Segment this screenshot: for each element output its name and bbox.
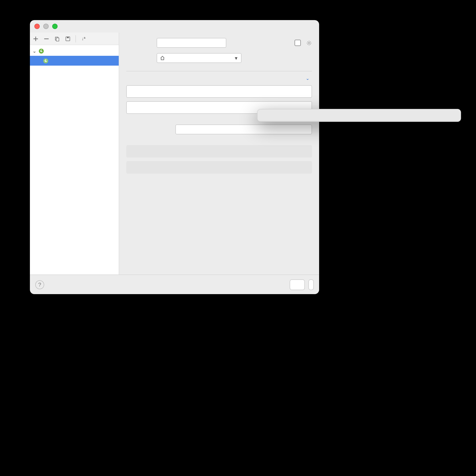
add-icon[interactable] <box>32 34 40 43</box>
help-button[interactable]: ? <box>35 280 44 289</box>
save-icon[interactable] <box>64 34 72 43</box>
gear-icon[interactable] <box>306 40 312 46</box>
sidebar-toolbar: ↓ª <box>30 33 119 45</box>
jre-field[interactable] <box>126 85 312 98</box>
svg-rect-1 <box>56 38 59 41</box>
apply-or-next-button[interactable] <box>308 279 314 290</box>
dialog-footer: ? <box>30 274 319 294</box>
disclosure-icon: ⌄ <box>33 49 36 53</box>
active-profiles-field[interactable] <box>175 124 312 134</box>
cancel-button[interactable] <box>290 279 305 290</box>
tree-node-demo-application[interactable] <box>30 56 119 66</box>
run-on-select[interactable]: ▼ <box>157 53 241 63</box>
chevron-down-icon: ▼ <box>234 56 238 60</box>
chevron-down-icon: ⌄ <box>306 76 309 81</box>
chip-open-tool-window[interactable] <box>126 145 312 157</box>
configurations-tree: ⌄ <box>30 45 119 266</box>
chip-add-provided-dependencies[interactable] <box>126 161 312 174</box>
traffic-lights <box>34 24 58 29</box>
popup-title <box>257 109 461 121</box>
add-run-options-popup <box>257 109 461 122</box>
svg-point-6 <box>308 42 310 44</box>
home-icon <box>160 55 165 61</box>
tree-node-spring-boot[interactable]: ⌄ <box>30 46 119 56</box>
copy-icon[interactable] <box>53 34 61 43</box>
minimize-window-button[interactable] <box>43 24 49 29</box>
spring-boot-icon <box>42 58 49 64</box>
svg-rect-3 <box>67 37 69 38</box>
spring-boot-icon <box>38 48 44 54</box>
zoom-window-button[interactable] <box>52 24 58 29</box>
titlebar <box>30 20 319 33</box>
store-as-project-file-checkbox[interactable] <box>295 40 301 46</box>
sort-alpha-icon[interactable]: ↓ª <box>79 34 87 43</box>
sidebar: ↓ª ⌄ <box>30 33 119 274</box>
name-field[interactable] <box>157 38 226 48</box>
close-window-button[interactable] <box>34 24 40 29</box>
run-debug-configurations-dialog: ↓ª ⌄ <box>30 20 319 294</box>
remove-icon[interactable] <box>42 34 51 43</box>
main-form: ▼ ⌄ <box>119 33 319 274</box>
